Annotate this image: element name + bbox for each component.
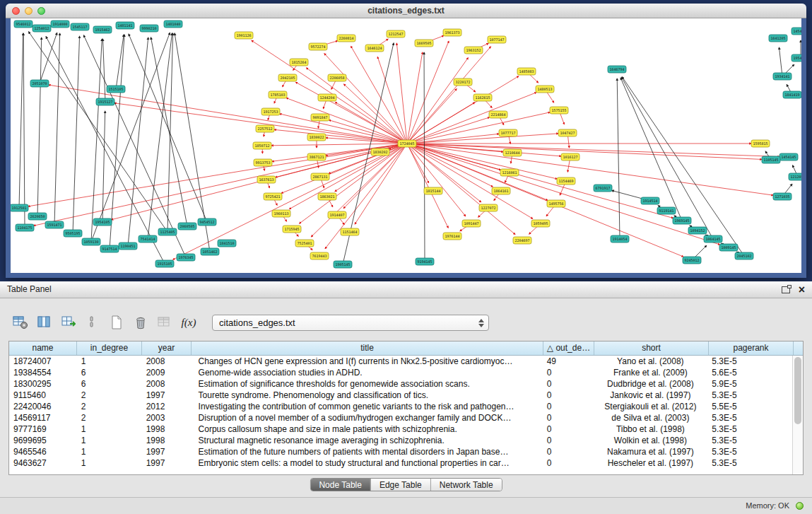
graph-node[interactable]: 1637613 — [257, 176, 276, 183]
tab-edge-table[interactable]: Edge Table — [370, 479, 430, 491]
graph-edge[interactable] — [407, 144, 779, 157]
graph-node[interactable]: 1914000 — [51, 21, 69, 28]
graph-node[interactable]: 1646794 — [608, 66, 626, 73]
graph-edge[interactable] — [407, 52, 423, 144]
graph-node[interactable]: 1864161 — [492, 187, 510, 194]
graph-node[interactable]: 1724045 — [398, 140, 416, 147]
row-options-icon[interactable] — [82, 313, 103, 332]
graph-edge[interactable] — [91, 33, 170, 242]
table-row[interactable]: 1456911722003Disruption of a novel membe… — [9, 412, 792, 424]
graph-node[interactable]: 2042105 — [278, 74, 297, 81]
delete-icon[interactable] — [130, 313, 151, 332]
graph-node[interactable]: 1934141 — [773, 73, 792, 80]
graph-node[interactable]: 1641205 — [769, 35, 787, 42]
column-header-year[interactable]: year — [142, 341, 192, 355]
close-window-icon[interactable] — [12, 7, 20, 15]
graph-node[interactable]: 1495756 — [547, 200, 565, 207]
graph-node[interactable]: 1595815 — [751, 140, 770, 147]
graph-edge[interactable] — [407, 41, 449, 144]
graph-node[interactable]: 1905145 — [334, 261, 352, 268]
graph-edge[interactable] — [103, 39, 105, 102]
graph-node[interactable]: 1914054 — [611, 235, 629, 243]
network-graph[interactable]: 1724045181526420421051785103191725322575… — [11, 18, 801, 273]
graph-node[interactable]: 1105145 — [762, 156, 780, 163]
graph-node[interactable]: 2206058 — [328, 74, 346, 81]
graph-node[interactable]: 1254012 — [33, 25, 51, 32]
graph-node[interactable]: 1077717 — [499, 129, 517, 136]
graph-node[interactable]: 9725421 — [264, 193, 282, 200]
graph-edge[interactable] — [779, 47, 782, 76]
graph-node[interactable]: 1830202 — [371, 148, 389, 156]
graph-edge[interactable] — [28, 32, 167, 232]
table-row[interactable]: 1872400712008Changes of HCN gene express… — [9, 356, 792, 367]
graph-edge[interactable] — [407, 144, 762, 159]
graph-node[interactable]: 9245012 — [683, 257, 701, 264]
float-window-icon[interactable] — [782, 286, 790, 293]
graph-edge[interactable] — [407, 144, 448, 228]
table-row[interactable]: 969969511998Structural magnetic resonanc… — [9, 435, 792, 446]
window-titlebar[interactable]: citations_edges.txt — [6, 4, 806, 18]
graph-node[interactable]: 1969145 — [673, 217, 691, 224]
graph-node[interactable]: 2260814 — [337, 35, 355, 42]
scrollbar-thumb[interactable] — [794, 357, 801, 424]
function-builder-icon[interactable]: f(x) — [178, 313, 199, 332]
graph-node[interactable]: 9454512 — [198, 218, 216, 226]
graph-edge[interactable] — [621, 77, 713, 239]
graph-node[interactable]: 1485083 — [517, 68, 536, 75]
table-select-dropdown[interactable]: citations_edges.txt — [212, 315, 489, 331]
graph-node[interactable]: 1575155 — [550, 107, 568, 114]
graph-node[interactable]: 1912501 — [11, 204, 28, 211]
table-row[interactable]: 1830029562008Estimation of significance … — [9, 378, 792, 390]
minimize-window-icon[interactable] — [25, 7, 33, 15]
graph-node[interactable]: 2867131 — [311, 173, 329, 180]
graph-edge[interactable] — [407, 117, 490, 144]
graph-node[interactable]: 1125405 — [158, 228, 177, 235]
graph-node[interactable]: 1545117 — [71, 23, 89, 30]
graph-node[interactable]: 1850712 — [253, 142, 271, 149]
graph-node[interactable]: 1960113 — [272, 210, 290, 217]
graph-node[interactable]: 1047427 — [558, 129, 577, 136]
show-columns-icon[interactable] — [34, 313, 55, 332]
create-column-icon[interactable] — [58, 313, 79, 332]
graph-node[interactable]: 1271035 — [773, 193, 792, 200]
graph-node[interactable]: 1009145 — [719, 244, 738, 251]
graph-node[interactable]: 3220172 — [454, 78, 472, 86]
column-header-pagerank[interactable]: pagerank — [709, 341, 794, 355]
graph-edge[interactable] — [73, 36, 80, 233]
graph-edge[interactable] — [424, 52, 425, 262]
table-row[interactable]: 2242004622012Investigating the contribut… — [9, 401, 792, 412]
graph-edge[interactable] — [34, 144, 407, 226]
graph-node[interactable]: 1954160 — [792, 54, 801, 62]
graph-node[interactable]: 1815144 — [424, 187, 442, 194]
graph-edge[interactable] — [286, 98, 407, 144]
graph-edge[interactable] — [37, 37, 42, 216]
graph-node[interactable]: 1059130 — [82, 238, 100, 245]
network-canvas[interactable]: 1724045181526420421051785103191725322575… — [11, 18, 801, 273]
graph-edge[interactable] — [407, 144, 773, 195]
graph-node[interactable]: 1210644 — [503, 149, 522, 156]
graph-node[interactable]: 1976345 — [177, 254, 195, 261]
graph-node[interactable]: 7619443 — [310, 252, 329, 259]
import-table-icon[interactable] — [154, 313, 175, 332]
graph-node[interactable]: 1051462 — [201, 248, 219, 255]
graph-node[interactable]: 1154469 — [557, 177, 575, 185]
graph-node[interactable]: 1863021 — [318, 193, 336, 200]
graph-node[interactable]: 1785103 — [269, 91, 287, 98]
graph-node[interactable]: 1915462 — [93, 26, 112, 33]
graph-node[interactable]: 6791917 — [594, 185, 612, 192]
graph-node[interactable]: 1212051 — [789, 173, 801, 180]
column-header-in_degree[interactable]: in_degree — [77, 341, 142, 355]
graph-node[interactable]: 9505195 — [64, 230, 82, 237]
graph-node[interactable]: 1646124 — [365, 45, 384, 52]
table-row[interactable]: 911546021997Tourette syndrome. Phenomeno… — [9, 390, 792, 401]
graph-node[interactable]: 1190451 — [119, 243, 137, 250]
graph-edge[interactable] — [274, 129, 407, 144]
graph-node[interactable]: 1954105 — [93, 218, 112, 226]
table-row[interactable]: 1938455462009Genome-wide association stu… — [9, 367, 792, 378]
graph-node[interactable]: 9546012 — [14, 21, 33, 28]
graph-edge[interactable] — [173, 144, 407, 259]
graph-edge[interactable] — [617, 78, 620, 239]
table-row[interactable]: 977716911998Corpus callosum shape and si… — [9, 424, 792, 435]
graph-node[interactable]: 9194145 — [416, 258, 434, 265]
graph-edge[interactable] — [40, 33, 57, 83]
